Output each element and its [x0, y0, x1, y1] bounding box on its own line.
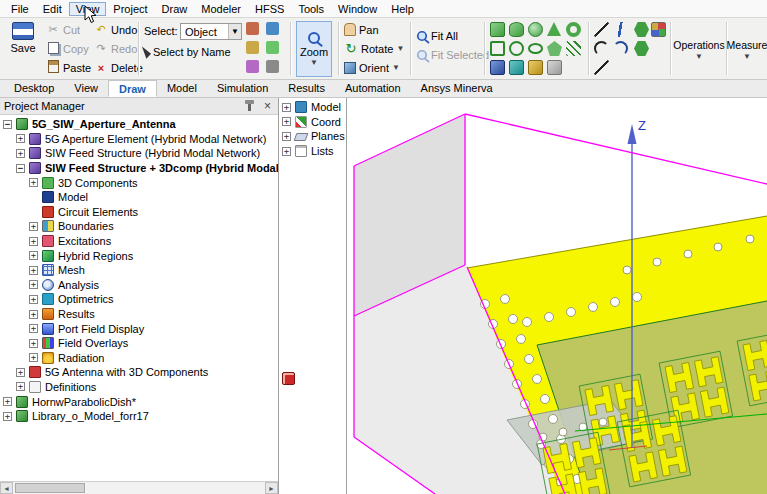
draw-line-icon[interactable] — [594, 22, 609, 37]
tree-item[interactable]: + Boundaries — [0, 219, 278, 234]
menu-item[interactable]: Tools — [291, 2, 331, 16]
menu-item[interactable]: Project — [106, 2, 154, 16]
tree-item[interactable]: + 5G Antenna with 3D Components — [0, 365, 278, 380]
draw-regular-polyhedron-icon[interactable] — [634, 41, 649, 56]
pin-icon[interactable] — [248, 102, 251, 111]
tree-expander[interactable]: + — [3, 397, 12, 406]
draw-cylinder-icon[interactable] — [509, 22, 524, 37]
draw-spline-icon[interactable] — [613, 22, 628, 37]
menu-item[interactable]: Help — [384, 2, 421, 16]
select-multi-icon[interactable] — [246, 60, 259, 73]
tree-item[interactable]: + SIW Feed Structure (Hybrid Modal Netwo… — [0, 146, 278, 161]
tree-item[interactable]: + Hybrid Regions — [0, 248, 278, 263]
ribbon-tab[interactable]: Ansys Minerva — [411, 80, 503, 97]
select-objects-icon[interactable] — [266, 41, 279, 54]
zoom-button[interactable]: Zoom ▼ — [296, 21, 332, 77]
minimized-window-icon[interactable] — [282, 372, 295, 385]
draw-point-icon[interactable] — [651, 22, 666, 37]
3d-viewport-canvas[interactable]: Z — [347, 98, 767, 494]
tree-expander[interactable]: + — [16, 134, 25, 143]
tree-item[interactable]: + Model — [279, 100, 346, 115]
tree-item[interactable]: + Port Field Display — [0, 321, 278, 336]
tree-expander[interactable]: + — [282, 132, 291, 141]
tree-expander[interactable]: + — [16, 382, 25, 391]
tree-expander[interactable]: − — [3, 120, 12, 129]
select-vertices-icon[interactable] — [246, 41, 259, 54]
ribbon-tab[interactable]: Automation — [335, 80, 411, 97]
scroll-left-button[interactable]: ◄ — [0, 482, 13, 494]
tree-item[interactable]: Model — [0, 190, 278, 205]
tree-expander[interactable]: + — [282, 147, 291, 156]
tree-item[interactable]: + Lists — [279, 144, 346, 159]
tree-item[interactable]: + Excitations — [0, 234, 278, 249]
tree-expander[interactable]: + — [29, 310, 38, 319]
ribbon-tab[interactable]: Draw — [108, 80, 157, 97]
chevron-down-icon[interactable]: ▼ — [228, 24, 241, 39]
pan-button[interactable]: Pan — [344, 20, 404, 39]
scrollbar-thumb[interactable] — [15, 483, 85, 493]
tree-expander[interactable]: + — [29, 280, 38, 289]
select-by-name-button[interactable]: Select by Name — [144, 42, 231, 61]
fit-all-button[interactable]: Fit All — [416, 26, 489, 45]
draw-arc-center-icon[interactable] — [594, 41, 609, 56]
draw-polyhedron-icon[interactable] — [490, 60, 505, 75]
save-button[interactable]: Save — [6, 22, 40, 54]
draw-torus-icon[interactable] — [566, 22, 581, 37]
modeler-3d-view[interactable]: Z — [347, 98, 767, 494]
close-icon[interactable]: × — [261, 100, 274, 112]
tree-expander[interactable]: + — [29, 266, 38, 275]
ribbon-tab[interactable]: Simulation — [207, 80, 278, 97]
tree-expander[interactable]: + — [282, 103, 291, 112]
menu-item[interactable]: Window — [331, 2, 384, 16]
tree-expander[interactable]: + — [282, 117, 291, 126]
tree-item[interactable]: + 3D Components — [0, 175, 278, 190]
tree-expander[interactable]: + — [16, 368, 25, 377]
draw-helix-icon[interactable] — [566, 41, 581, 56]
tree-item[interactable]: + Field Overlays — [0, 336, 278, 351]
tree-item[interactable]: − SIW Feed Structure + 3Dcomp (Hybrid Mo… — [0, 161, 278, 176]
menu-item[interactable]: Modeler — [194, 2, 248, 16]
ribbon-tab[interactable]: View — [64, 80, 108, 97]
tree-expander[interactable]: + — [29, 324, 38, 333]
select-mode-dropdown[interactable]: Object ▼ — [180, 23, 242, 40]
tree-expander[interactable]: + — [29, 222, 38, 231]
menu-item[interactable]: File — [4, 2, 36, 16]
paste-button[interactable]: Paste — [46, 58, 91, 77]
measure-button[interactable]: Measure ▼ — [728, 21, 766, 77]
operations-button[interactable]: Operations ▼ — [674, 21, 724, 77]
select-edges-icon[interactable] — [266, 22, 279, 35]
delete-button[interactable]: ×Delete — [94, 58, 143, 77]
tree-item[interactable]: + Library_o_Model_forr17 — [0, 409, 278, 424]
tree-expander[interactable]: + — [29, 353, 38, 362]
draw-box-icon[interactable] — [490, 22, 505, 37]
ribbon-tab[interactable]: Results — [278, 80, 335, 97]
draw-circle-icon[interactable] — [509, 41, 524, 56]
tree-expander[interactable]: − — [16, 164, 25, 173]
tree-expander[interactable]: + — [3, 412, 12, 421]
draw-ellipse-icon[interactable] — [528, 43, 543, 54]
draw-polygon-icon[interactable] — [547, 41, 562, 56]
draw-spiral-icon[interactable] — [528, 60, 543, 75]
draw-rectangle-icon[interactable] — [490, 41, 505, 56]
draw-cone-icon[interactable] — [547, 22, 561, 36]
tree-item[interactable]: + Results — [0, 307, 278, 322]
menu-item[interactable]: Draw — [155, 2, 195, 16]
menu-item[interactable]: HFSS — [248, 2, 291, 16]
select-behind-icon[interactable] — [266, 60, 279, 73]
scrollbar-track[interactable] — [13, 482, 265, 494]
draw-sphere-icon[interactable] — [528, 22, 543, 37]
draw-regular-polygon-icon[interactable] — [634, 22, 649, 37]
rotate-button[interactable]: ↻Rotate▼ — [344, 39, 404, 58]
draw-bondwire-icon[interactable] — [509, 60, 524, 75]
draw-equation-curve-icon[interactable] — [594, 60, 609, 75]
fit-selected-button[interactable]: Fit Selected — [416, 45, 489, 64]
tree-item[interactable]: + 5G Aperture Element (Hybrid Modal Netw… — [0, 132, 278, 147]
draw-equation-surface-icon[interactable] — [547, 60, 562, 75]
tree-item[interactable]: Circuit Elements — [0, 205, 278, 220]
tree-item[interactable]: + Optimetrics — [0, 292, 278, 307]
orient-button[interactable]: Orient▼ — [344, 58, 404, 77]
tree-item[interactable]: + Mesh — [0, 263, 278, 278]
ribbon-tab[interactable]: Desktop — [4, 80, 64, 97]
tree-item[interactable]: − 5G_SIW_Aperture_Antenna — [0, 117, 278, 132]
tree-item[interactable]: + Planes — [279, 129, 346, 144]
